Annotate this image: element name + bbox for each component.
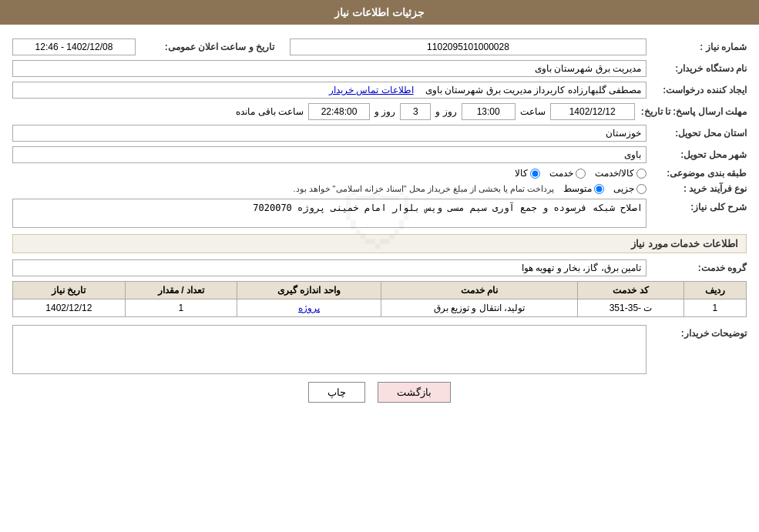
category-radio-group: کالا/خدمت خدمت کالا — [515, 168, 646, 179]
need-number-row: شماره نیاز : 1102095101000028 تاریخ و سا… — [12, 38, 747, 55]
contact-link[interactable]: اطلاعات تماس خریدار — [329, 85, 414, 95]
response-remaining-label-text: روز و — [374, 106, 395, 117]
buyer-desc-label: توضیحات خریدار: — [646, 325, 747, 339]
buyer-desc-textarea[interactable] — [12, 325, 646, 374]
remaining-hours-label: ساعت باقی مانده — [236, 106, 304, 117]
province-label: استان محل تحویل: — [646, 128, 747, 139]
service-group-row: گروه خدمت: تامین برق، گاز، بخار و تهویه … — [12, 259, 747, 276]
buyer-desc-row: توضیحات خریدار: — [12, 325, 747, 374]
announce-datetime-value: 1402/12/08 - 12:46 — [12, 38, 136, 55]
table-row: 1 ت -35-351 تولید، انتقال و توزیع برق پر… — [13, 299, 747, 317]
buyer-org-row: نام دستگاه خریدار: مدیریت برق شهرستان با… — [12, 60, 747, 77]
buyer-org-label: نام دستگاه خریدار: — [646, 63, 747, 74]
cell-quantity: 1 — [125, 299, 237, 317]
province-row: استان محل تحویل: خوزستان — [12, 125, 747, 142]
service-group-label: گروه خدمت: — [646, 263, 747, 273]
cell-service-name: تولید، انتقال و توزیع برق — [381, 299, 578, 317]
city-label: شهر محل تحویل: — [646, 149, 747, 160]
cell-row-num: 1 — [683, 299, 746, 317]
response-time: 13:00 — [462, 103, 516, 120]
purchase-type-group: جزیی متوسط پرداخت تمام یا بخشی از مبلغ خ… — [12, 183, 646, 194]
response-remaining: 22:48:00 — [308, 103, 370, 120]
city-row: شهر محل تحویل: باوی — [12, 146, 747, 163]
table-header-row: ردیف کد خدمت نام خدمت واحد اندازه گیری ت… — [13, 282, 747, 299]
purchase-type-label: نوع فرآیند خرید : — [646, 183, 747, 194]
cell-date: 1402/12/12 — [13, 299, 126, 317]
announce-datetime-label: تاریخ و ساعت اعلان عمومی: — [136, 42, 274, 52]
col-unit: واحد اندازه گیری — [237, 282, 381, 299]
category-option-khedmat[interactable]: خدمت — [549, 168, 586, 179]
requester-value: مصطفی گلبهارزاده کاربرداز مدیریت برق شهر… — [12, 82, 646, 99]
cell-service-code: ت -35-351 — [578, 299, 683, 317]
response-days: 3 — [400, 103, 431, 120]
requester-row: ایجاد کننده درخواست: مصطفی گلبهارزاده کا… — [12, 82, 747, 99]
need-number-label: شماره نیاز : — [646, 42, 747, 52]
col-service-code: کد خدمت — [578, 282, 683, 299]
need-desc-label: شرح کلی نیاز: — [646, 199, 747, 212]
category-label: طبقه بندی موضوعی: — [646, 168, 747, 179]
requester-label: ایجاد کننده درخواست: — [646, 85, 747, 95]
category-option-kala[interactable]: کالا — [515, 168, 540, 179]
need-desc-row: شرح کلی نیاز: — [12, 199, 747, 228]
page-header: جزئیات اطلاعات نیاز — [0, 0, 759, 25]
category-option-kala-khedmat[interactable]: کالا/خدمت — [595, 168, 646, 179]
page-title: جزئیات اطلاعات نیاز — [334, 6, 425, 18]
purchase-type-row: نوع فرآیند خرید : جزیی متوسط پرداخت تمام… — [12, 183, 747, 194]
col-service-name: نام خدمت — [381, 282, 578, 299]
col-quantity: تعداد / مقدار — [125, 282, 237, 299]
back-button[interactable]: بازگشت — [378, 382, 451, 403]
page-container: جزئیات اطلاعات نیاز 🛡 شماره نیاز : 11020… — [0, 0, 759, 532]
purchase-type-option-mottavasset[interactable]: متوسط — [563, 183, 604, 194]
need-number-value: 1102095101000028 — [290, 38, 646, 55]
services-table-body: 1 ت -35-351 تولید، انتقال و توزیع برق پر… — [13, 299, 747, 317]
col-row-num: ردیف — [683, 282, 746, 299]
purchase-type-option-jozii[interactable]: جزیی — [613, 183, 646, 194]
cell-unit[interactable]: پروژه — [237, 299, 381, 317]
services-table-section: ردیف کد خدمت نام خدمت واحد اندازه گیری ت… — [12, 281, 747, 317]
province-value: خوزستان — [12, 125, 646, 142]
purchase-type-note: پرداخت تمام یا بخشی از مبلغ خریداز محل "… — [293, 184, 554, 194]
services-table: ردیف کد خدمت نام خدمت واحد اندازه گیری ت… — [12, 281, 747, 317]
col-date: تاریخ نیاز — [13, 282, 126, 299]
deadline-label: مهلت ارسال پاسخ: تا تاریخ: — [635, 106, 747, 117]
buttons-row: بازگشت چاپ — [12, 382, 747, 403]
services-section-title: اطلاعات خدمات مورد نیاز — [12, 234, 747, 253]
city-value: باوی — [12, 146, 646, 163]
main-content: 🛡 شماره نیاز : 1102095101000028 تاریخ و … — [0, 25, 759, 418]
response-date: 1402/12/12 — [550, 103, 635, 120]
need-desc-textarea[interactable] — [12, 199, 646, 228]
response-time-label: ساعت — [520, 106, 546, 117]
service-group-value: تامین برق، گاز، بخار و تهویه هوا — [12, 259, 646, 276]
buyer-org-value: مدیریت برق شهرستان باوی — [12, 60, 646, 77]
print-button[interactable]: چاپ — [308, 382, 365, 403]
response-days-label: روز و — [435, 106, 456, 117]
category-row: طبقه بندی موضوعی: کالا/خدمت خدمت کالا — [12, 168, 747, 179]
deadline-row: مهلت ارسال پاسخ: تا تاریخ: 1402/12/12 سا… — [12, 103, 747, 120]
